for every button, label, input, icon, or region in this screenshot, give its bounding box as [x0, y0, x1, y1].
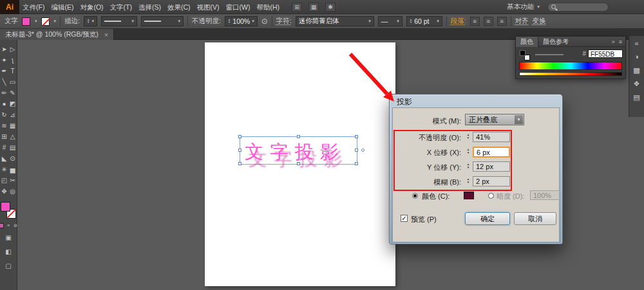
line-segment-tool[interactable]: ╲: [0, 77, 8, 87]
chevron-down-icon[interactable]: ▾: [252, 19, 254, 24]
stepper-icon[interactable]: ▲▼: [87, 19, 90, 24]
text-out-port-handle[interactable]: [361, 149, 365, 152]
hex-value-field[interactable]: FF55DB: [588, 50, 623, 58]
menu-help[interactable]: 帮助(H): [254, 0, 283, 14]
brush-definition-select[interactable]: ▾: [141, 16, 184, 26]
color-button[interactable]: [0, 223, 4, 228]
menu-select[interactable]: 选择(S): [135, 0, 164, 14]
arrange-documents-icon[interactable]: ▦: [308, 3, 319, 12]
ok-button[interactable]: 确定: [465, 212, 510, 225]
column-graph-tool[interactable]: ▅: [8, 164, 17, 175]
rotate-tool[interactable]: ↻: [0, 109, 8, 120]
stepper-icon[interactable]: ▲▼: [410, 19, 412, 24]
color-ramp[interactable]: [519, 72, 622, 76]
selection-handle[interactable]: [355, 162, 358, 165]
menu-view[interactable]: 视图(V): [194, 0, 223, 14]
variable-width-profile-select[interactable]: ▾: [101, 16, 137, 26]
align-panel-link[interactable]: 对齐: [515, 17, 529, 26]
align-right-button[interactable]: ≡: [497, 17, 507, 26]
menu-window[interactable]: 窗口(W): [223, 0, 254, 14]
artboard-text[interactable]: 文字投影: [245, 137, 361, 165]
chevron-down-icon[interactable]: ▾: [437, 19, 439, 24]
type-tool[interactable]: T: [8, 66, 17, 77]
menu-effect[interactable]: 效果(C): [164, 0, 194, 14]
close-tab-icon[interactable]: ×: [104, 31, 108, 39]
magic-wand-tool[interactable]: ✦: [0, 55, 8, 66]
free-transform-tool[interactable]: ▦: [8, 120, 17, 131]
paintbrush-tool[interactable]: ✏: [0, 87, 8, 98]
draw-mode-button[interactable]: ▣: [5, 234, 11, 241]
menu-edit[interactable]: 编辑(E): [48, 0, 77, 14]
selection-handle[interactable]: [238, 162, 242, 165]
edit-toolbar-button[interactable]: ▢: [5, 262, 11, 269]
scale-tool[interactable]: ⊿: [8, 109, 17, 120]
selection-handle[interactable]: [238, 149, 242, 152]
blur-field[interactable]: 2 px: [473, 176, 510, 186]
bridge-icon[interactable]: ⊞: [292, 3, 302, 12]
selection-handle[interactable]: [297, 162, 300, 165]
text-selection-box[interactable]: 文字投影: [240, 136, 357, 165]
fill-chevron-icon[interactable]: ▾: [35, 19, 37, 24]
cancel-button[interactable]: 取消: [514, 212, 556, 225]
chevron-down-icon[interactable]: ▾: [397, 19, 399, 24]
stepper-icon[interactable]: ▲▼: [465, 177, 471, 184]
selection-handle[interactable]: [297, 135, 300, 138]
stepper-icon[interactable]: ▲▼: [228, 19, 231, 24]
width-tool[interactable]: ≋: [0, 120, 8, 131]
y-offset-field[interactable]: 12 px: [473, 161, 510, 172]
stepper-icon[interactable]: ▲▼: [465, 133, 471, 140]
artboard-tool[interactable]: ◰: [0, 175, 8, 186]
document-tab[interactable]: 未标题-3* @ 100% (RGB/预览) ×: [0, 29, 114, 40]
shadow-color-swatch[interactable]: [464, 192, 474, 199]
font-size-field[interactable]: ▲▼ 60 pt ▾: [406, 16, 442, 26]
lasso-tool[interactable]: ʅ: [8, 55, 17, 66]
panel-menu-icon[interactable]: ≡: [619, 39, 622, 45]
color-slider[interactable]: [535, 54, 564, 55]
screen-mode-button[interactable]: ◧: [5, 248, 11, 255]
selection-handle[interactable]: [355, 149, 358, 152]
opacity-field[interactable]: 41%: [473, 132, 510, 142]
chevron-down-icon[interactable]: ▼: [515, 115, 523, 124]
direct-selection-tool[interactable]: ▷: [8, 44, 17, 55]
selection-handle[interactable]: [238, 135, 242, 138]
align-center-button[interactable]: ≡: [484, 17, 493, 26]
stroke-weight-field[interactable]: ▲▼ ▾: [84, 16, 97, 26]
paragraph-panel-link[interactable]: 段落:: [451, 17, 466, 26]
tab-color[interactable]: 颜色: [516, 37, 538, 47]
transform-panel-link[interactable]: 变换: [533, 17, 546, 26]
fill-color-swatch[interactable]: [22, 17, 30, 26]
x-offset-field[interactable]: 6 px: [473, 147, 510, 158]
appearance-panel-icon[interactable]: ❖: [634, 80, 640, 87]
darkness-radio[interactable]: [488, 193, 494, 199]
style-icon[interactable]: ⊙: [261, 17, 268, 26]
preview-checkbox[interactable]: ✓: [401, 215, 408, 222]
opacity-field[interactable]: ▲▼ 100% ▾: [225, 16, 258, 26]
rectangle-tool[interactable]: ▭: [8, 77, 17, 87]
align-left-button[interactable]: ≡: [470, 17, 480, 26]
mesh-tool[interactable]: #: [0, 142, 8, 153]
menu-file[interactable]: 文件(F): [19, 0, 48, 14]
eraser-tool[interactable]: ◩: [8, 98, 17, 109]
fill-proxy-swatch[interactable]: [1, 202, 10, 212]
gradient-tool[interactable]: ▤: [8, 142, 17, 153]
eyedropper-tool[interactable]: ◣: [0, 153, 8, 164]
chevron-down-icon[interactable]: ▾: [131, 19, 134, 24]
stroke-color-swatch[interactable]: [41, 17, 50, 26]
none-button[interactable]: ⊘: [13, 223, 18, 228]
zoom-tool[interactable]: ◎: [8, 186, 17, 197]
menu-type[interactable]: 文字(T): [107, 0, 135, 14]
menu-object[interactable]: 对象(O): [77, 0, 106, 14]
slice-tool[interactable]: ✂: [8, 175, 17, 186]
font-family-select[interactable]: 迷你简菁启体 ▾: [296, 16, 374, 26]
color-guide-panel-icon[interactable]: ▩: [633, 66, 639, 74]
hand-tool[interactable]: ✥: [0, 186, 8, 197]
stroke-chevron-icon[interactable]: ▾: [54, 19, 57, 24]
pencil-tool[interactable]: ✎: [8, 87, 17, 98]
chevron-down-icon[interactable]: ▾: [368, 19, 371, 24]
workspace-icon[interactable]: ✱: [325, 3, 336, 12]
character-panel-link[interactable]: 字符:: [276, 17, 292, 26]
collapse-panel-icon[interactable]: »: [612, 39, 615, 45]
app-logo-icon[interactable]: Ai: [0, 0, 19, 14]
blob-brush-tool[interactable]: ●: [0, 98, 8, 109]
selection-tool[interactable]: ➤: [0, 44, 8, 55]
